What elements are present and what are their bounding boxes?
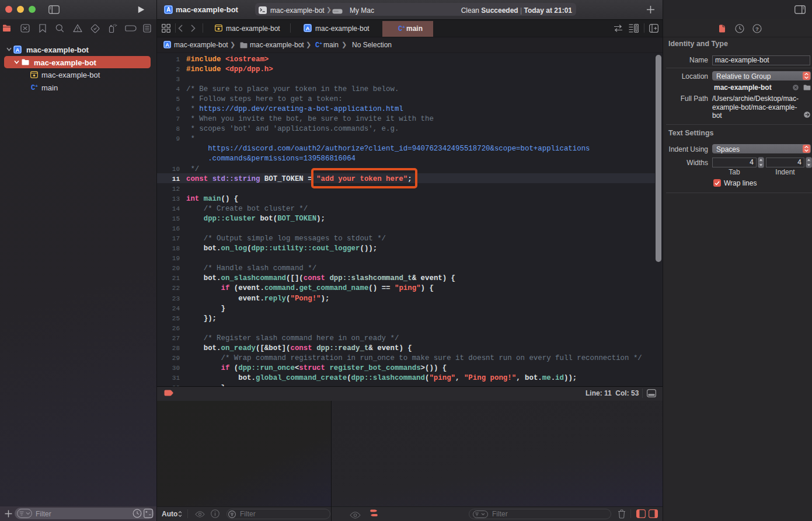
svg-text:A: A	[306, 25, 310, 32]
svg-text:A: A	[166, 6, 170, 13]
svg-text:?: ?	[755, 26, 759, 32]
svg-text:A: A	[16, 47, 20, 53]
svg-text:A: A	[165, 42, 169, 48]
